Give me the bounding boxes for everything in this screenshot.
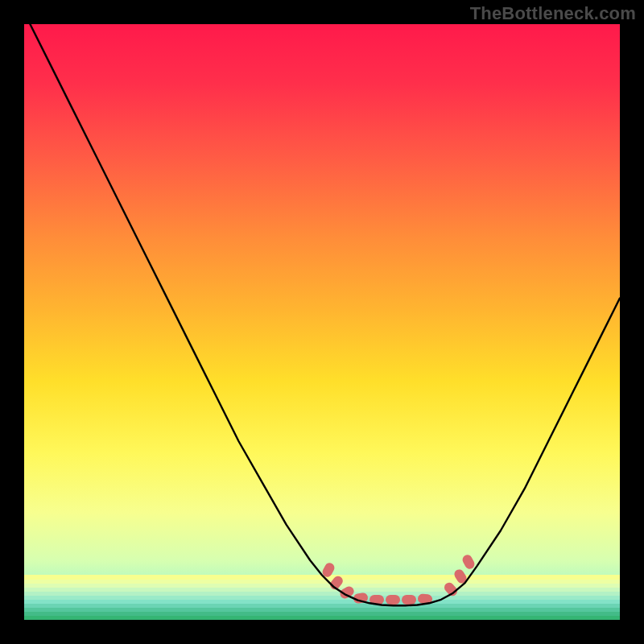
gradient-stripe bbox=[24, 592, 620, 596]
plot-svg bbox=[24, 24, 620, 620]
gradient-stripe bbox=[24, 600, 620, 604]
gradient-stripe bbox=[24, 588, 620, 592]
highlight-dash bbox=[402, 595, 416, 605]
gradient-stripe bbox=[24, 584, 620, 588]
gradient-stripe bbox=[24, 604, 620, 608]
chart-frame: TheBottleneck.com bbox=[0, 0, 644, 644]
plot-area bbox=[24, 24, 620, 620]
gradient-stripe bbox=[24, 612, 620, 616]
gradient-background bbox=[24, 24, 620, 620]
highlight-dash bbox=[386, 595, 400, 605]
watermark-text: TheBottleneck.com bbox=[470, 3, 636, 24]
gradient-stripe bbox=[24, 616, 620, 620]
gradient-stripe bbox=[24, 596, 620, 600]
gradient-stripe bbox=[24, 608, 620, 612]
gradient-stripe bbox=[24, 580, 620, 584]
